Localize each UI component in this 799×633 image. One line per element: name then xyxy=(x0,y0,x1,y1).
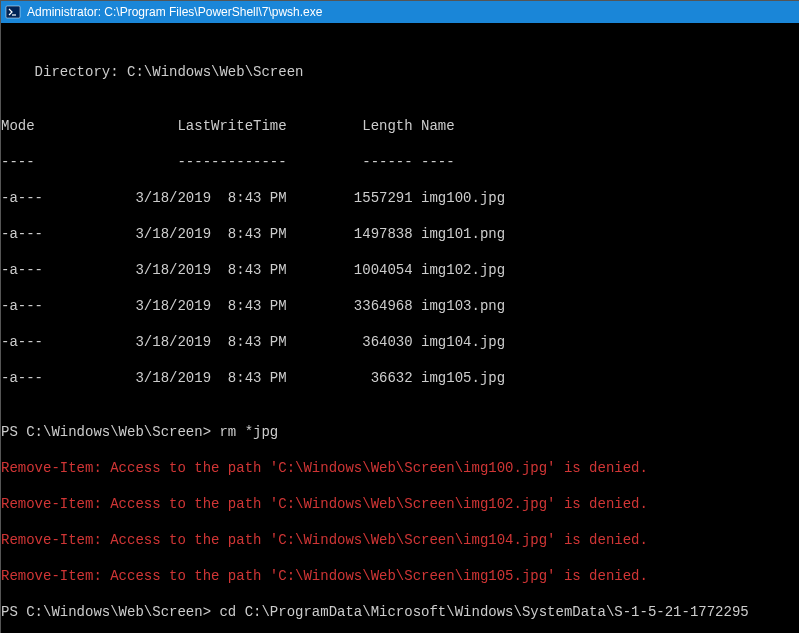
error-line: Remove-Item: Access to the path 'C:\Wind… xyxy=(1,567,799,585)
listing-divider: ---- ------------- ------ ---- xyxy=(1,153,799,171)
powershell-window: Administrator: C:\Program Files\PowerShe… xyxy=(0,0,799,633)
terminal-output[interactable]: Directory: C:\Windows\Web\Screen Mode La… xyxy=(1,23,799,633)
window-title: Administrator: C:\Program Files\PowerShe… xyxy=(27,5,322,19)
prompt-line: PS C:\Windows\Web\Screen> rm *jpg xyxy=(1,423,799,441)
listing-row: -a--- 3/18/2019 8:43 PM 3364968 img103.p… xyxy=(1,297,799,315)
listing-row: -a--- 3/18/2019 8:43 PM 1004054 img102.j… xyxy=(1,261,799,279)
listing-row: -a--- 3/18/2019 8:43 PM 1497838 img101.p… xyxy=(1,225,799,243)
listing-row: -a--- 3/18/2019 8:43 PM 364030 img104.jp… xyxy=(1,333,799,351)
error-line: Remove-Item: Access to the path 'C:\Wind… xyxy=(1,531,799,549)
listing-row: -a--- 3/18/2019 8:43 PM 36632 img105.jpg xyxy=(1,369,799,387)
directory-line: Directory: C:\Windows\Web\Screen xyxy=(1,63,799,81)
listing-header: Mode LastWriteTime Length Name xyxy=(1,117,799,135)
titlebar[interactable]: Administrator: C:\Program Files\PowerShe… xyxy=(1,1,799,23)
powershell-icon xyxy=(5,4,21,20)
error-line: Remove-Item: Access to the path 'C:\Wind… xyxy=(1,459,799,477)
prompt-line: PS C:\Windows\Web\Screen> cd C:\ProgramD… xyxy=(1,603,799,621)
svg-rect-0 xyxy=(6,6,20,18)
listing-row: -a--- 3/18/2019 8:43 PM 1557291 img100.j… xyxy=(1,189,799,207)
error-line: Remove-Item: Access to the path 'C:\Wind… xyxy=(1,495,799,513)
